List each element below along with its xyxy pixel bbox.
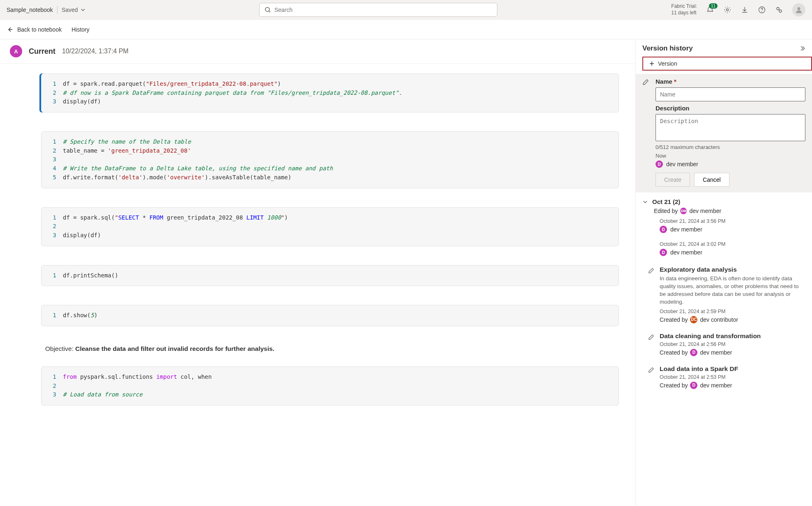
svg-point-1 [727, 9, 729, 11]
back-label: Back to notebook [17, 26, 62, 33]
svg-point-6 [798, 7, 800, 10]
user-avatar-mini: D [656, 160, 663, 168]
svg-point-3 [761, 11, 762, 12]
code-cell[interactable]: 1df.printSchema() [41, 265, 619, 286]
version-time: October 21, 2024 at 3:02 PM [660, 241, 805, 247]
notebook-area: A Current 10/22/2024, 1:37:4 PM 1df = sp… [0, 39, 635, 506]
version-item[interactable]: October 21, 2024 at 3:56 PM D dev member [642, 214, 805, 237]
help-icon[interactable] [758, 6, 766, 14]
description-label: Description [656, 105, 805, 112]
version-item[interactable]: October 21, 2024 at 3:02 PM D dev member [642, 237, 805, 260]
feedback-icon[interactable] [775, 6, 783, 14]
objective-label: Objective: [45, 345, 75, 352]
version-author: D dev member [660, 249, 805, 256]
back-to-notebook[interactable]: Back to notebook [7, 26, 62, 33]
top-bar: Sample_notebook Saved Fabric Trial: 11 d… [0, 0, 812, 20]
notifications-icon[interactable]: 11 [706, 6, 714, 14]
tab-history[interactable]: History [71, 26, 90, 33]
divider [57, 6, 58, 14]
version-title: Data cleaning and transformation [660, 332, 805, 340]
current-user: D dev member [656, 160, 805, 168]
code-cell[interactable]: 1df.show(5) [41, 305, 619, 326]
name-field[interactable] [656, 87, 805, 101]
sub-bar: Back to notebook History [0, 20, 812, 39]
add-version-label: Version [658, 60, 677, 67]
char-counter: 0/512 maximum characters [656, 144, 805, 150]
collapse-panel-icon[interactable] [799, 45, 805, 52]
named-version-item[interactable]: Load data into a Spark DF October 21, 20… [642, 359, 805, 392]
edit-icon[interactable] [648, 367, 654, 373]
search-icon [265, 7, 271, 13]
notebook-header: A Current 10/22/2024, 1:37:4 PM [0, 39, 635, 64]
version-history-panel: Version history Version Name * Descripti… [635, 39, 812, 506]
panel-title: Version history [642, 44, 693, 53]
name-label: Name [656, 78, 672, 85]
saved-status[interactable]: Saved [62, 7, 85, 13]
version-description: In data engineering, EDA is often done t… [660, 275, 805, 306]
current-label: Current [29, 47, 55, 56]
chevron-down-icon [642, 199, 648, 205]
version-creator: Created by DC dev contributor [660, 316, 805, 323]
code-cell[interactable]: 1# Specify the name of the Delta table 2… [41, 131, 619, 188]
version-time: October 21, 2024 at 3:56 PM [660, 218, 805, 224]
version-list[interactable]: Oct 21 (2) Edited by DM dev member Octob… [636, 192, 812, 506]
version-group-header[interactable]: Oct 21 (2) [642, 196, 805, 208]
current-timestamp: 10/22/2024, 1:37:4 PM [62, 48, 129, 55]
named-version-item[interactable]: Exploratory data analysis In data engine… [642, 260, 805, 327]
edit-icon[interactable] [648, 334, 654, 340]
saved-label: Saved [62, 7, 78, 13]
create-button[interactable]: Create [656, 173, 690, 187]
search-field[interactable] [274, 7, 492, 13]
markdown-cell[interactable]: Objective: Cleanse the data and filter o… [41, 345, 619, 353]
svg-point-0 [265, 7, 269, 11]
plus-icon [649, 61, 655, 66]
add-version-button[interactable]: Version [642, 57, 812, 71]
description-field[interactable] [656, 114, 805, 141]
now-label: Now [656, 153, 805, 159]
named-version-item[interactable]: Data cleaning and transformation October… [642, 327, 805, 359]
notebook-name[interactable]: Sample_notebook [7, 7, 53, 13]
chevron-down-icon [81, 7, 85, 12]
settings-icon[interactable] [723, 6, 731, 14]
version-time: October 21, 2024 at 2:56 PM [660, 341, 805, 347]
version-creator: Created by D dev member [660, 382, 805, 389]
search-input[interactable] [259, 3, 497, 17]
edit-icon[interactable] [648, 268, 654, 274]
group-title: Oct 21 (2) [652, 198, 680, 205]
arrow-left-icon [7, 26, 13, 33]
user-avatar[interactable] [792, 3, 805, 16]
notification-badge: 11 [709, 3, 718, 9]
code-cell[interactable]: 1df = spark.sql("SELECT * FROM green_tri… [41, 207, 619, 246]
download-icon[interactable] [741, 6, 749, 14]
group-editor: Edited by DM dev member [654, 208, 805, 214]
author-avatar: A [10, 45, 22, 57]
version-title: Load data into a Spark DF [660, 365, 805, 373]
cancel-button[interactable]: Cancel [694, 173, 729, 187]
objective-body: Cleanse the data and filter out invalid … [75, 345, 274, 352]
code-cell[interactable]: 1from pyspark.sql.functions import col, … [41, 366, 619, 405]
code-cell[interactable]: 1df = spark.read.parquet("Files/green_tr… [41, 73, 619, 112]
version-time: October 21, 2024 at 2:59 PM [660, 309, 805, 314]
edit-icon [642, 79, 649, 85]
version-author: D dev member [660, 226, 805, 233]
notebook-scroll[interactable]: 1df = spark.read.parquet("Files/green_tr… [0, 64, 635, 506]
create-version-form: Name * Description 0/512 maximum charact… [636, 74, 812, 192]
trial-status: Fabric Trial: 11 days left [671, 3, 697, 16]
version-creator: Created by D dev member [660, 349, 805, 356]
version-time: October 21, 2024 at 2:53 PM [660, 374, 805, 380]
version-title: Exploratory data analysis [660, 266, 805, 273]
